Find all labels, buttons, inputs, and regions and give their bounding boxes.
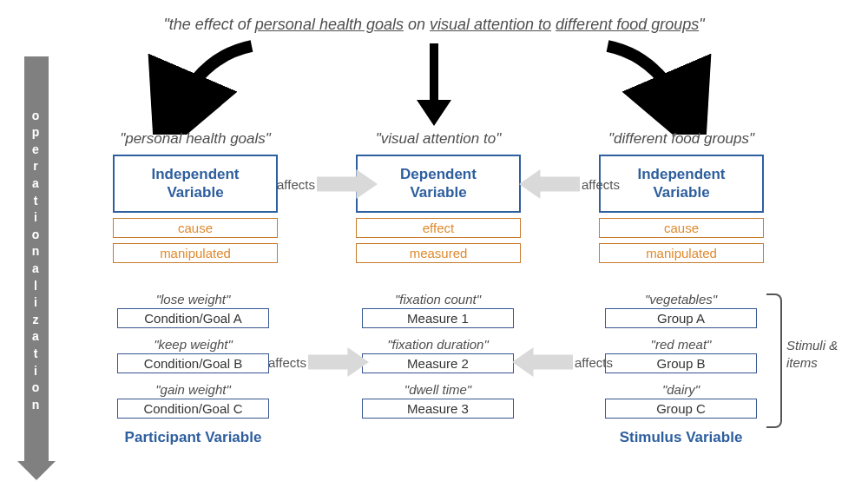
curve-arrow-left-icon: [148, 39, 260, 135]
measure-box: Measure 3: [362, 399, 514, 419]
stimuli-items-label: Stimuli & items: [786, 337, 856, 371]
measured-tag: measured: [356, 243, 521, 263]
item-label: "red meat": [605, 337, 757, 352]
arrow-down-icon: [17, 461, 56, 480]
col-left-bottom: "lose weight" Condition/Goal A "keep wei…: [117, 287, 269, 446]
cause-tag-right: cause: [599, 218, 764, 238]
affects-arrow-bottom-left: affects: [266, 347, 369, 377]
col-right-top: "different food groups" Independent Vari…: [599, 130, 764, 263]
col-left-top: "personal health goals" Independent Vari…: [113, 130, 278, 263]
item-label: "dwell time": [362, 382, 514, 397]
item-label: "fixation count": [362, 292, 514, 307]
group-box: Group A: [605, 308, 757, 328]
col-center-bottom: "fixation count" Measure 1 "fixation dur…: [362, 287, 514, 422]
title-end: ": [699, 16, 704, 33]
independent-variable-box-left: Independent Variable: [113, 155, 278, 213]
operationalization-sidebar: operationalization: [24, 56, 49, 465]
arrow-down-center-icon: [408, 39, 460, 130]
condition-box: Condition/Goal C: [117, 399, 269, 419]
affects-label: affects: [268, 355, 306, 370]
title-u3: different food groups: [556, 16, 699, 33]
affects-label: affects: [277, 177, 315, 192]
condition-box: Condition/Goal A: [117, 308, 269, 328]
group-box: Group C: [605, 399, 757, 419]
sidebar-text: operationalization: [32, 108, 42, 414]
affects-arrow-top-right: affects: [519, 169, 621, 199]
measure-box: Measure 2: [362, 353, 514, 373]
item-label: "dairy": [605, 382, 757, 397]
effect-tag: effect: [356, 218, 521, 238]
arrow-left-icon: [519, 169, 580, 199]
heading-right: "different food groups": [599, 130, 764, 148]
manipulated-tag-right: manipulated: [599, 243, 764, 263]
arrow-left-icon: [512, 347, 573, 377]
brace-icon: [766, 293, 782, 428]
title-effect: effect: [195, 16, 233, 33]
item-label: "keep weight": [117, 337, 269, 352]
group-box: Group B: [605, 353, 757, 373]
condition-box: Condition/Goal B: [117, 353, 269, 373]
arrow-right-icon: [317, 169, 378, 199]
cause-tag-left: cause: [113, 218, 278, 238]
affects-label: affects: [575, 355, 613, 370]
title-on: on: [404, 16, 430, 33]
title-of: of: [233, 16, 255, 33]
heading-center: "visual attention to": [356, 130, 521, 148]
title: "the effect of personal health goals on …: [0, 16, 868, 34]
participant-variable-label: Participant Variable: [117, 429, 269, 446]
title-u2: visual attention to: [430, 16, 551, 33]
curve-arrow-right-icon: [599, 39, 712, 135]
col-center-top: "visual attention to" Dependent Variable…: [356, 130, 521, 263]
stimulus-variable-label: Stimulus Variable: [605, 429, 757, 446]
title-u1: personal health goals: [255, 16, 404, 33]
manipulated-tag-left: manipulated: [113, 243, 278, 263]
item-label: "vegetables": [605, 292, 757, 307]
item-label: "fixation duration": [362, 337, 514, 352]
dependent-variable-box: Dependent Variable: [356, 155, 521, 213]
affects-arrow-top-left: affects: [275, 169, 378, 199]
item-label: "gain weight": [117, 382, 269, 397]
affects-arrow-bottom-right: affects: [512, 347, 615, 377]
col-right-bottom: "vegetables" Group A "red meat" Group B …: [605, 287, 757, 446]
independent-variable-box-right: Independent Variable: [599, 155, 764, 213]
measure-box: Measure 1: [362, 308, 514, 328]
title-prefix: "the: [163, 16, 194, 33]
heading-left: "personal health goals": [113, 130, 278, 148]
arrow-right-icon: [308, 347, 369, 377]
affects-label: affects: [582, 177, 620, 192]
item-label: "lose weight": [117, 292, 269, 307]
